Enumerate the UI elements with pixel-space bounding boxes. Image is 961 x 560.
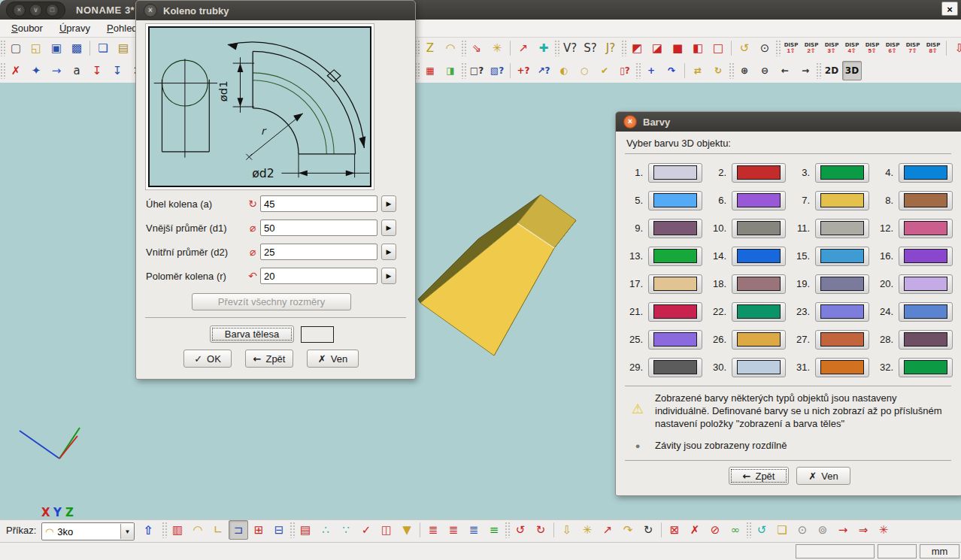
reload-x-icon[interactable]: ↺ <box>511 520 530 540</box>
command-dropdown-button[interactable]: ▼ <box>120 524 134 539</box>
color-button[interactable] <box>815 358 869 377</box>
disp-7-button[interactable]: DISP7⇧ <box>903 38 923 58</box>
color-button[interactable] <box>648 358 702 377</box>
unlink-solids-icon[interactable]: ⊘ <box>705 520 725 540</box>
view-back-icon[interactable]: □ <box>708 38 728 58</box>
3d-solid-object[interactable] <box>414 188 587 365</box>
sketch-tool-icon[interactable]: Z <box>420 38 440 58</box>
insert-solid-icon[interactable]: ⇘ <box>467 38 487 58</box>
color-button[interactable] <box>732 274 786 294</box>
window-maximize-button[interactable]: □ <box>46 4 59 17</box>
modify-solid-icon[interactable]: ✦ <box>26 61 46 80</box>
view-left-icon[interactable]: ← <box>775 61 795 80</box>
wire-cylinder-icon[interactable]: ⊟ <box>269 520 289 540</box>
rotate-origin-icon[interactable]: ↷ <box>662 61 681 80</box>
view-iso2-icon[interactable]: ◪ <box>647 38 667 58</box>
swap-solid-icon[interactable]: ⇄ <box>688 61 708 80</box>
outer-diameter-spin-button[interactable]: ▶ <box>381 219 396 236</box>
color-button[interactable] <box>648 274 702 294</box>
stamp-solid-icon[interactable]: ⊙ <box>793 520 812 540</box>
query-view-icon[interactable]: V? <box>560 38 580 58</box>
rotate-cylinder-icon[interactable]: ○ <box>574 61 594 80</box>
back-button[interactable]: ←Zpět <box>245 350 293 368</box>
open-file-icon[interactable]: ◱ <box>26 38 46 58</box>
push-solid-icon[interactable]: → <box>833 520 853 540</box>
copy-icon[interactable]: ❏ <box>93 38 113 58</box>
drop-icon[interactable]: ▼ <box>397 520 417 540</box>
dialog-close-icon[interactable]: × <box>144 4 157 17</box>
attribute-text-icon[interactable]: a <box>67 61 86 80</box>
axes-query-icon[interactable]: ↗? <box>534 61 553 80</box>
query-section-icon[interactable]: S? <box>581 38 600 58</box>
color-button[interactable] <box>648 302 702 322</box>
run-command-icon[interactable]: ⇧ <box>138 522 158 542</box>
rotate-view-solids-icon[interactable]: ↺ <box>752 520 772 540</box>
zoom-out-icon[interactable]: ⊖ <box>755 61 775 80</box>
apply-all-dimensions-button[interactable]: Převzít všechny rozměry <box>192 293 351 310</box>
move-solid-icon[interactable]: ↗ <box>514 38 533 58</box>
window-close-button[interactable]: × <box>13 4 26 17</box>
mode-2d-button[interactable]: 2D <box>822 61 841 80</box>
command-combo[interactable]: ◠ ▼ <box>41 522 135 540</box>
disp-3-button[interactable]: DISP3⇧ <box>822 38 841 58</box>
ok-button[interactable]: ✓OK <box>183 350 232 368</box>
inner-diameter-spin-button[interactable]: ▶ <box>381 244 396 260</box>
color-button[interactable] <box>648 191 702 210</box>
color-button[interactable] <box>899 247 953 266</box>
view-iso-icon[interactable]: ◩ <box>627 38 647 58</box>
pair-solids-icon[interactable]: ∞ <box>726 520 745 540</box>
color-button[interactable] <box>815 219 869 238</box>
stamp-solid2-icon[interactable]: ⊚ <box>813 520 832 540</box>
dialog-close-icon[interactable]: × <box>623 115 637 129</box>
new-file-icon[interactable]: ▢ <box>6 38 26 58</box>
color-button[interactable] <box>648 330 702 350</box>
zoom-window-icon[interactable]: ⊕ <box>735 61 754 80</box>
radius-input[interactable] <box>260 268 377 284</box>
angle-input[interactable] <box>260 195 377 212</box>
angle-spin-button[interactable]: ▶ <box>381 195 396 212</box>
query-small-icon[interactable]: □? <box>467 61 487 80</box>
solid-box-icon[interactable]: ▥ <box>168 520 187 540</box>
delete-plane-icon[interactable]: ⊠ <box>665 520 684 540</box>
tree-blue-icon[interactable]: ≣ <box>464 520 484 540</box>
radius-spin-button[interactable]: ▶ <box>381 268 396 284</box>
color-button[interactable] <box>815 163 869 183</box>
delete-solids-icon[interactable]: ✗ <box>685 520 705 540</box>
color-button[interactable] <box>732 163 786 183</box>
view-rotate-icon[interactable]: ↺ <box>735 38 754 58</box>
colors-dialog-titlebar[interactable]: × Barvy <box>616 112 961 132</box>
exit-button[interactable]: ✗Ven <box>307 350 359 368</box>
exit-button[interactable]: ✗Ven <box>796 467 850 485</box>
anchor-multi-icon[interactable]: ↧ <box>108 61 127 80</box>
import-pattern-icon[interactable]: ✳ <box>578 520 597 540</box>
color-button[interactable] <box>899 302 953 322</box>
color-button[interactable] <box>732 302 786 322</box>
pipe-elbow-dialog-titlebar[interactable]: × Koleno trubky <box>136 1 415 20</box>
delete-solid-icon[interactable]: ✗ <box>6 61 26 80</box>
pipe-elbow-icon[interactable]: ◠ <box>188 520 208 540</box>
reload-x2-icon[interactable]: ↻ <box>531 520 550 540</box>
rotate-solid-icon[interactable]: ↻ <box>708 61 728 80</box>
cylinder-query-icon[interactable]: ▯? <box>615 61 635 80</box>
eject-solid-icon[interactable]: ↗ <box>598 520 617 540</box>
color-button[interactable] <box>899 191 953 210</box>
color-button[interactable] <box>732 219 786 238</box>
wire-flange-icon[interactable]: ⊐ <box>229 520 248 540</box>
measure-point-icon[interactable]: +? <box>514 61 533 80</box>
dim-solid-icon[interactable]: ◫ <box>377 520 396 540</box>
flip-plane-icon[interactable]: ◐ <box>554 61 574 80</box>
inner-diameter-input[interactable] <box>260 244 377 260</box>
menu-upravy[interactable]: Úpravy <box>53 21 97 35</box>
menu-close-button[interactable]: × <box>941 2 958 16</box>
color-button[interactable] <box>732 247 786 266</box>
back-button[interactable]: ←Zpět <box>729 467 789 485</box>
save-icon[interactable]: ▣ <box>47 38 66 58</box>
explode-solid-icon[interactable]: ✳ <box>874 520 893 540</box>
node-check-icon[interactable]: ✓ <box>356 520 376 540</box>
color-button[interactable] <box>732 358 786 377</box>
color-button[interactable] <box>815 330 869 350</box>
tree-red2-icon[interactable]: ≣ <box>444 520 463 540</box>
pull-solid-icon[interactable]: ⇒ <box>853 520 873 540</box>
link-nodes-icon[interactable]: ∴ <box>316 520 335 540</box>
insert-pattern-icon[interactable]: ✳ <box>487 38 507 58</box>
